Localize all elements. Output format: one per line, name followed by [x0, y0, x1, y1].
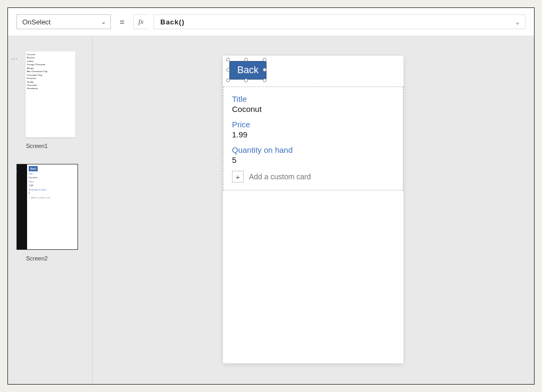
back-button-mini: Back	[29, 166, 38, 171]
chevron-down-icon: ⌄	[101, 18, 106, 25]
app-frame: OnSelect ⌄ = fx Back() ⌄ … Coconut Banan…	[7, 7, 535, 385]
mini-add-custom: + Add a custom card	[29, 196, 76, 200]
field-value-price: 1.99	[232, 130, 394, 139]
chevron-down-icon[interactable]: ⌄	[515, 18, 520, 25]
formula-bar: OnSelect ⌄ = fx Back() ⌄	[8, 8, 534, 36]
mini-value: Coconut	[29, 176, 76, 180]
equals-label: =	[116, 14, 128, 29]
field-label-title: Title	[232, 94, 394, 103]
back-button[interactable]: Back	[229, 61, 266, 80]
workspace: … Coconut Banana Coffee Orange Chocolate…	[8, 36, 534, 384]
mini-value: 1.99	[29, 184, 76, 188]
screens-panel: … Coconut Banana Coffee Orange Chocolate…	[8, 36, 93, 384]
more-icon[interactable]: …	[11, 54, 17, 61]
back-button-label: Back	[237, 65, 259, 75]
plus-icon: +	[232, 171, 244, 182]
formula-value: Back()	[160, 18, 185, 26]
fx-icon[interactable]: fx	[133, 14, 148, 29]
property-dropdown[interactable]: OnSelect ⌄	[16, 14, 111, 29]
mini-value: 5	[29, 191, 76, 195]
screen-thumbnail[interactable]: … Coconut Banana Coffee Orange Chocolate…	[8, 51, 92, 149]
selection-strip	[17, 164, 27, 249]
field-value-quantity: 5	[232, 155, 394, 164]
screen2-label: Screen2	[26, 255, 92, 262]
phone-canvas[interactable]: Back Title Coconut Price 1.99	[223, 56, 403, 363]
field-value-title: Coconut	[232, 104, 394, 114]
screen-thumbnail-selected[interactable]: … Back Title Coconut Price 1.99 Quantity…	[8, 164, 92, 262]
screen2-preview: Back Title Coconut Price 1.99 Quantity o…	[16, 164, 78, 250]
mini-label: Quantity on hand	[29, 188, 76, 192]
add-custom-card[interactable]: + Add a custom card	[232, 171, 394, 182]
screen1-preview: Coconut Banana Coffee Orange Chocolate M…	[25, 51, 75, 137]
canvas-area[interactable]: Back Title Coconut Price 1.99	[93, 36, 534, 384]
property-dropdown-value: OnSelect	[22, 18, 50, 26]
screen1-label: Screen1	[26, 143, 92, 149]
list-item: Strawberry	[27, 87, 74, 90]
field-label-price: Price	[232, 120, 394, 129]
mini-label: Price	[29, 180, 76, 184]
add-custom-label: Add a custom card	[249, 172, 311, 181]
display-form[interactable]: Title Coconut Price 1.99 Quantity on han…	[223, 86, 403, 190]
mini-label: Title	[29, 172, 76, 176]
more-icon[interactable]: …	[11, 166, 17, 173]
field-label-quantity: Quantity on hand	[232, 145, 394, 154]
formula-input[interactable]: Back() ⌄	[153, 14, 526, 29]
